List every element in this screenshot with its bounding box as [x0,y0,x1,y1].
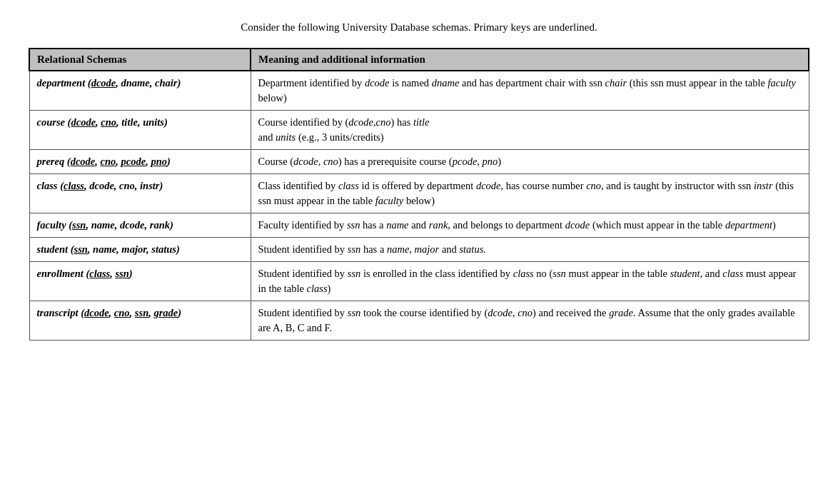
schema-cell: course (dcode, cno, title, units) [29,111,251,150]
meaning-cell: Course identified by (dcode,cno) has tit… [251,111,809,150]
schema-name: prereq [37,156,65,167]
schema-cell: department (dcode, dname, chair) [29,71,251,111]
meaning-cell: Faculty identified by ssn has a name and… [251,213,809,238]
table-row: enrollment (class, ssn) Student identifi… [29,262,809,301]
table-row: student (ssn, name, major, status) Stude… [29,238,809,262]
schema-cell: faculty (ssn, name, dcode, rank) [29,213,251,238]
meaning-cell: Student identified by ssn has a name, ma… [251,238,809,262]
schema-name: enrollment [37,268,84,279]
col1-header: Relational Schemas [29,49,251,71]
schema-name: department [37,77,86,89]
table-row: prereq (dcode, cno, pcode, pno) Course (… [29,150,809,174]
table-row: class (class, dcode, cno, instr) Class i… [29,174,809,213]
meaning-cell: Class identified by class id is offered … [251,174,809,213]
meaning-cell: Student identified by ssn is enrolled in… [251,262,809,301]
table-row: department (dcode, dname, chair) Departm… [29,71,809,111]
schema-cell: prereq (dcode, cno, pcode, pno) [29,150,251,174]
schema-table: Relational Schemas Meaning and additiona… [29,48,809,341]
table-row: transcript (dcode, cno, ssn, grade) Stud… [29,301,809,341]
schema-cell: enrollment (class, ssn) [29,262,251,301]
schema-name: faculty [37,219,66,231]
meaning-cell: Student identified by ssn took the cours… [251,301,809,341]
table-row: faculty (ssn, name, dcode, rank) Faculty… [29,213,809,238]
table-row: course (dcode, cno, title, units) Course… [29,111,809,150]
schema-cell: class (class, dcode, cno, instr) [29,174,251,213]
meaning-cell: Department identified by dcode is named … [251,71,809,111]
schema-name: course [37,116,65,128]
schema-name: student [37,243,69,255]
schema-name: class [37,180,58,191]
schema-cell: transcript (dcode, cno, ssn, grade) [29,301,251,341]
schema-name: transcript [37,307,79,318]
schema-cell: student (ssn, name, major, status) [29,238,251,262]
meaning-cell: Course (dcode, cno) has a prerequisite c… [251,150,809,174]
intro-text: Consider the following University Databa… [241,21,597,34]
col2-header: Meaning and additional information [251,49,809,71]
